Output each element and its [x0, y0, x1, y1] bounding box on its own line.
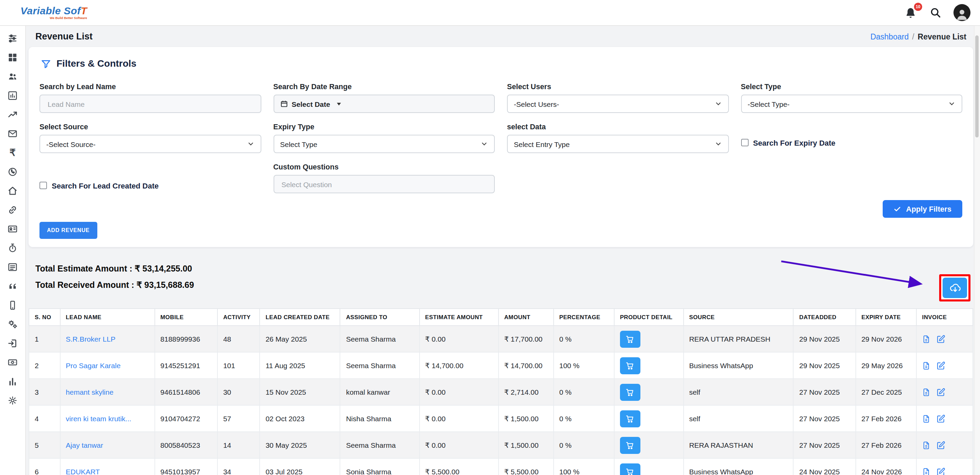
lead-created-checkbox[interactable]: [40, 182, 47, 189]
notifications-button[interactable]: 10: [904, 6, 917, 19]
breadcrumb-dashboard-link[interactable]: Dashboard: [870, 32, 909, 40]
users-icon[interactable]: [6, 71, 19, 82]
expiry-date-checkbox-label: Search For Expiry Date: [753, 138, 835, 147]
add-revenue-button[interactable]: ADD REVENUE: [40, 222, 97, 239]
payment-card-icon[interactable]: [6, 357, 19, 367]
invoice-file-icon[interactable]: [922, 361, 930, 370]
link-icon[interactable]: [6, 204, 19, 215]
line-chart-icon[interactable]: [6, 109, 19, 120]
type-label: Select Type: [741, 83, 962, 91]
chart-board-icon[interactable]: [6, 90, 19, 101]
gears-icon[interactable]: [6, 318, 19, 329]
product-detail-button[interactable]: [620, 357, 640, 374]
invoice-edit-icon[interactable]: [937, 361, 945, 370]
lead-name-input[interactable]: [46, 99, 254, 108]
mobile-icon[interactable]: [6, 299, 19, 310]
user-avatar[interactable]: [953, 4, 970, 21]
product-detail-button[interactable]: [620, 330, 640, 347]
lead-name-link[interactable]: S.R.Broker LLP: [66, 335, 115, 343]
lead-name-link[interactable]: Ajay tanwar: [66, 441, 103, 449]
quote-icon[interactable]: [6, 280, 19, 291]
notification-badge: 10: [914, 2, 922, 11]
scrollbar-thumb[interactable]: [975, 35, 978, 137]
brand-logo[interactable]: Variable SofT We Build Better Software: [21, 5, 87, 20]
cell-estimate: ₹ 0.00: [419, 405, 498, 432]
rupee-icon[interactable]: ₹: [6, 147, 19, 158]
invoice-edit-icon[interactable]: [937, 388, 945, 396]
cell-amount: ₹ 5,500.00: [498, 458, 554, 475]
filters-grid: Search by Lead Name Search By Date Range…: [40, 83, 962, 193]
product-detail-button[interactable]: [620, 463, 640, 475]
cell-dateadded: 27 Nov 2025: [794, 432, 856, 458]
table-row: 4 viren ki team krutik... 9104704272 57 …: [29, 405, 973, 432]
lead-created-checkbox-field: Search For Lead Created Date: [40, 181, 261, 189]
settings-gear-icon[interactable]: [6, 395, 19, 405]
expiry-date-checkbox[interactable]: [741, 139, 748, 146]
search-button[interactable]: [930, 7, 941, 18]
custom-questions-label: Custom Questions: [273, 163, 495, 171]
lead-name-link[interactable]: hemant skyline: [66, 388, 113, 396]
invoice-edit-icon[interactable]: [937, 334, 945, 343]
total-estimate-amount: Total Estimate Amount : ₹ 53,14,255.00: [35, 263, 194, 273]
invoice-file-icon[interactable]: [922, 441, 930, 450]
lead-name-link[interactable]: EDUKART: [66, 467, 100, 475]
cloud-download-icon: [948, 282, 961, 294]
cell-dateadded: 27 Nov 2025: [794, 379, 856, 405]
product-detail-button[interactable]: [620, 410, 640, 427]
bar-chart-icon[interactable]: [6, 376, 19, 386]
type-select[interactable]: -Select Type-: [741, 95, 962, 113]
sign-in-icon[interactable]: [6, 338, 19, 348]
cell-created: 30 May 2025: [259, 432, 340, 458]
email-icon[interactable]: [6, 128, 19, 139]
dashboard-grid-icon[interactable]: [6, 52, 19, 63]
brand-name-accent: T: [81, 5, 87, 16]
type-select-value: -Select Type-: [748, 100, 789, 108]
invoice-file-icon[interactable]: [922, 388, 930, 396]
data-label: select Data: [507, 122, 729, 131]
annotation-arrow: [778, 257, 935, 292]
invoice-edit-icon[interactable]: [937, 467, 945, 475]
apply-filters-row: Apply Filters: [40, 200, 962, 218]
cell-percentage: 0 %: [553, 432, 614, 458]
lead-name-input-wrap: [40, 95, 261, 113]
expiry-type-select[interactable]: Select Type: [273, 135, 495, 153]
source-select[interactable]: -Select Source-: [40, 135, 261, 153]
main-content: Revenue List Dashboard / Revenue List Fi…: [26, 26, 980, 475]
invoice-file-icon[interactable]: [922, 467, 930, 475]
invoice-file-icon[interactable]: [922, 414, 930, 423]
list-icon[interactable]: [6, 261, 19, 272]
stopwatch-icon[interactable]: [6, 242, 19, 253]
data-select[interactable]: Select Entry Type: [507, 135, 729, 153]
col-source: SOURCE: [683, 308, 794, 326]
apply-filters-button[interactable]: Apply Filters: [883, 200, 962, 218]
invoice-file-icon[interactable]: [922, 334, 930, 343]
date-range-button[interactable]: Select Date: [273, 95, 495, 113]
apply-filters-label: Apply Filters: [906, 205, 951, 213]
product-detail-button[interactable]: [620, 383, 640, 400]
cell-assigned: Nisha Sharma: [340, 405, 419, 432]
date-range-label: Search By Date Range: [273, 83, 495, 91]
product-detail-button[interactable]: [620, 437, 640, 454]
cell-source: Business WhatsApp: [683, 352, 794, 379]
invoice-edit-icon[interactable]: [937, 414, 945, 423]
chevron-down-icon: [714, 140, 722, 148]
invoice-edit-icon[interactable]: [937, 441, 945, 450]
export-download-button[interactable]: [943, 278, 967, 298]
whatsapp-icon[interactable]: [6, 166, 19, 177]
col-sno: S. NO: [29, 308, 60, 326]
lead-name-link[interactable]: viren ki team krutik...: [66, 415, 131, 423]
cart-icon: [626, 414, 635, 423]
lead-name-link[interactable]: Pro Sagar Karale: [66, 361, 121, 370]
sliders-icon[interactable]: [6, 33, 19, 44]
home-icon[interactable]: [6, 185, 19, 196]
id-card-icon[interactable]: [6, 223, 19, 234]
cart-icon: [626, 361, 635, 370]
field-users: Select Users -Select Users-: [507, 83, 729, 113]
field-lead-name: Search by Lead Name: [40, 83, 261, 113]
lead-created-checkbox-label: Search For Lead Created Date: [52, 181, 159, 189]
users-select[interactable]: -Select Users-: [507, 95, 729, 113]
custom-questions-input[interactable]: [280, 180, 488, 189]
custom-questions-input-wrap: [273, 175, 495, 193]
expiry-type-label: Expiry Type: [273, 122, 495, 131]
page-scrollbar[interactable]: [974, 26, 980, 475]
